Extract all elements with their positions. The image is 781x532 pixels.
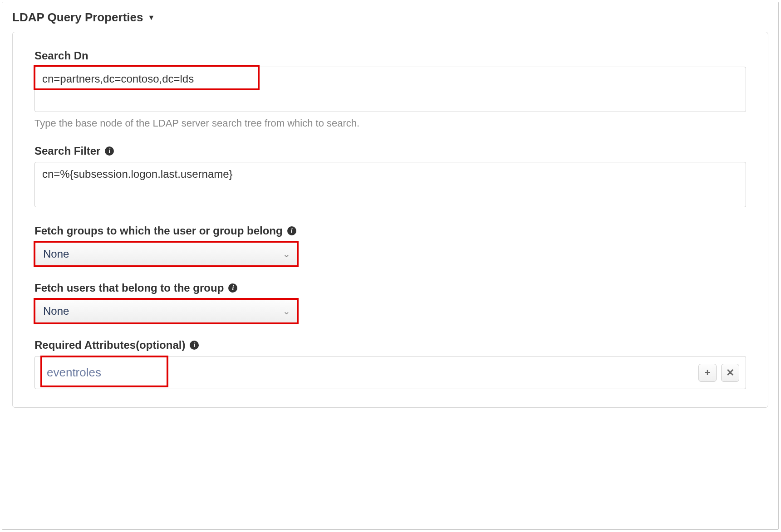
- field-search-filter: Search Filter i: [34, 145, 746, 209]
- panel-header[interactable]: LDAP Query Properties ▼: [12, 10, 768, 24]
- fetch-groups-value: None: [43, 248, 69, 260]
- search-dn-label: Search Dn: [34, 49, 746, 62]
- ldap-query-properties-panel: LDAP Query Properties ▼ Search Dn Type t…: [2, 2, 779, 530]
- field-search-dn: Search Dn Type the base node of the LDAP…: [34, 49, 746, 129]
- fetch-users-label: Fetch users that belong to the group: [34, 282, 224, 294]
- close-icon: ✕: [726, 367, 734, 379]
- collapse-toggle-icon: ▼: [148, 14, 155, 22]
- search-dn-help: Type the base node of the LDAP server se…: [34, 117, 746, 129]
- fetch-users-value: None: [43, 305, 69, 317]
- required-attributes-row: + ✕: [34, 356, 746, 389]
- search-dn-input[interactable]: [34, 67, 746, 112]
- search-filter-label: Search Filter: [34, 145, 100, 157]
- remove-attribute-button[interactable]: ✕: [721, 364, 739, 382]
- panel-body: Search Dn Type the base node of the LDAP…: [12, 32, 768, 408]
- fetch-groups-select[interactable]: None ⌄: [34, 242, 298, 266]
- required-attributes-label: Required Attributes(optional): [34, 339, 185, 351]
- info-icon[interactable]: i: [228, 283, 237, 293]
- info-icon[interactable]: i: [190, 341, 199, 350]
- fetch-users-select[interactable]: None ⌄: [34, 299, 298, 323]
- fetch-groups-label: Fetch groups to which the user or group …: [34, 225, 283, 237]
- field-fetch-users: Fetch users that belong to the group i N…: [34, 282, 746, 323]
- info-icon[interactable]: i: [105, 146, 114, 156]
- field-fetch-groups: Fetch groups to which the user or group …: [34, 225, 746, 266]
- add-attribute-button[interactable]: +: [698, 364, 717, 382]
- field-required-attributes: Required Attributes(optional) i + ✕: [34, 339, 746, 389]
- info-icon[interactable]: i: [287, 226, 296, 235]
- required-attribute-input[interactable]: [39, 362, 443, 383]
- search-filter-input[interactable]: [34, 162, 746, 207]
- panel-title: LDAP Query Properties: [12, 10, 143, 24]
- plus-icon: +: [705, 367, 711, 379]
